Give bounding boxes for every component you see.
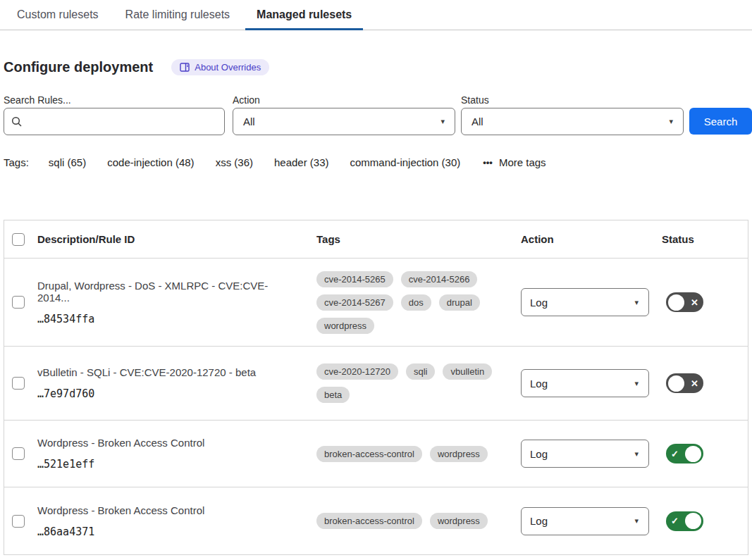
tag-pill: cve-2014-5265 (316, 271, 393, 287)
tag-pill: dos (401, 294, 431, 311)
row-status-cell: ✕ (662, 373, 748, 393)
filters-bar: Search Rules... Action All ▾ Status All … (4, 94, 748, 135)
tag-pill: cve-2020-12720 (316, 363, 398, 380)
chevron-down-icon: ▾ (669, 117, 673, 126)
tag-pill: drupal (439, 294, 480, 311)
ellipsis-icon: ••• (483, 157, 493, 168)
tag-pill: sqli (406, 363, 436, 380)
row-action-cell: Log ▾ (521, 440, 662, 468)
tab-label: Rate limiting rulesets (125, 8, 230, 21)
row-status-cell: ✕ (662, 292, 748, 312)
tag-link-header[interactable]: header (33) (274, 156, 329, 168)
row-description: Drupal, Wordpress - DoS - XMLRPC - CVE:C… (37, 280, 297, 304)
table-row: Drupal, Wordpress - DoS - XMLRPC - CVE:C… (4, 259, 748, 347)
tab-rate-limiting-rulesets[interactable]: Rate limiting rulesets (114, 0, 242, 30)
row-checkbox[interactable] (12, 377, 25, 390)
status-toggle[interactable]: ✕ (666, 373, 703, 393)
row-checkbox-cell (4, 377, 37, 390)
row-rule-id: …7e97d760 (37, 387, 297, 400)
toggle-glyph-icon: ✕ (691, 378, 698, 389)
more-tags-button[interactable]: ••• More tags (483, 156, 545, 168)
action-select[interactable]: Log ▾ (521, 288, 649, 316)
row-description: Wordpress - Broken Access Control (37, 504, 297, 516)
tab-managed-rulesets[interactable]: Managed rulesets (245, 0, 363, 30)
tag-link-xss[interactable]: xss (36) (216, 156, 253, 168)
toggle-knob (685, 513, 701, 529)
action-select[interactable]: Log ▾ (521, 440, 649, 468)
search-icon (11, 116, 23, 127)
table-header: Description/Rule ID Tags Action Status (4, 220, 748, 259)
status-filter-label: Status (461, 94, 489, 106)
table-row: Wordpress - Broken Access Control …521e1… (4, 421, 748, 487)
toggle-knob (685, 446, 701, 462)
tag-pill: wordpress (430, 513, 488, 529)
row-description: vBulletin - SQLi - CVE:CVE-2020-12720 - … (37, 366, 297, 378)
status-filter-select[interactable]: All ▾ (461, 108, 684, 135)
action-select-value: Log (530, 448, 548, 460)
ruleset-tabbar: Custom rulesets Rate limiting rulesets M… (0, 0, 752, 30)
row-checkbox[interactable] (12, 515, 25, 528)
chevron-down-icon: ▾ (634, 379, 639, 388)
row-status-cell: ✓ (662, 444, 748, 463)
action-select-value: Log (530, 297, 548, 309)
search-rules-label: Search Rules... (4, 94, 71, 106)
tab-custom-rulesets[interactable]: Custom rulesets (6, 0, 110, 30)
status-filter-value: All (471, 116, 483, 127)
tag-pill: cve-2014-5267 (316, 294, 393, 311)
book-icon (180, 63, 190, 72)
row-description-cell: vBulletin - SQLi - CVE:CVE-2020-12720 - … (37, 366, 316, 400)
row-action-cell: Log ▾ (521, 369, 662, 397)
tag-link-code-injection[interactable]: code-injection (48) (107, 156, 194, 168)
status-toggle[interactable]: ✓ (666, 511, 703, 531)
tag-pill: cve-2014-5266 (401, 271, 478, 287)
about-overrides-badge[interactable]: About Overrides (171, 59, 269, 75)
row-action-cell: Log ▾ (521, 507, 662, 535)
tag-pill: broken-access-control (316, 513, 422, 529)
row-tags: broken-access-controlwordpress (316, 446, 498, 462)
row-rule-id: …86aa4371 (37, 525, 297, 538)
table-row: Wordpress - Broken Access Control …86aa4… (4, 487, 748, 554)
tags-bar: Tags: sqli (65) code-injection (48) xss … (4, 156, 748, 168)
row-rule-id: …84534ffa (37, 313, 297, 325)
tab-label: Managed rulesets (257, 8, 352, 21)
toggle-glyph-icon: ✓ (671, 449, 679, 459)
badge-label: About Overrides (195, 62, 261, 73)
search-button[interactable]: Search (689, 108, 752, 135)
chevron-down-icon: ▾ (634, 298, 639, 307)
tags-label: Tags: (4, 156, 29, 168)
row-checkbox[interactable] (12, 447, 25, 460)
select-all-checkbox[interactable] (12, 233, 25, 246)
more-tags-label: More tags (499, 156, 546, 168)
action-filter-value: All (243, 116, 255, 127)
toggle-knob (668, 375, 684, 392)
tag-pill: vbulletin (443, 363, 492, 380)
col-description: Description/Rule ID (37, 233, 316, 245)
row-status-cell: ✓ (662, 511, 748, 531)
chevron-down-icon: ▾ (634, 516, 639, 525)
row-checkbox-cell (4, 447, 37, 460)
action-select[interactable]: Log ▾ (521, 507, 649, 535)
search-rules-box (4, 108, 225, 135)
tag-pill: wordpress (430, 446, 488, 462)
row-rule-id: …521e1eff (37, 458, 297, 471)
heading-row: Configure deployment About Overrides (4, 59, 748, 75)
action-select[interactable]: Log ▾ (521, 369, 649, 397)
status-toggle[interactable]: ✓ (666, 444, 703, 463)
row-description-cell: Wordpress - Broken Access Control …86aa4… (37, 504, 316, 538)
tag-pill: broken-access-control (316, 446, 422, 462)
tag-link-command-injection[interactable]: command-injection (30) (350, 156, 461, 168)
page-title: Configure deployment (4, 59, 153, 75)
row-checkbox-cell (4, 515, 37, 528)
row-checkbox-cell (4, 296, 37, 309)
action-filter-select[interactable]: All ▾ (233, 108, 455, 135)
action-select-value: Log (530, 378, 548, 390)
row-description-cell: Drupal, Wordpress - DoS - XMLRPC - CVE:C… (37, 280, 316, 325)
col-tags: Tags (316, 233, 521, 245)
status-toggle[interactable]: ✕ (666, 292, 703, 312)
row-checkbox[interactable] (12, 296, 25, 309)
row-action-cell: Log ▾ (521, 288, 662, 316)
row-tags: broken-access-controlwordpress (316, 513, 498, 529)
search-rules-input[interactable] (28, 116, 217, 127)
tag-link-sqli[interactable]: sqli (65) (49, 156, 86, 168)
table-row: vBulletin - SQLi - CVE:CVE-2020-12720 - … (4, 347, 748, 421)
